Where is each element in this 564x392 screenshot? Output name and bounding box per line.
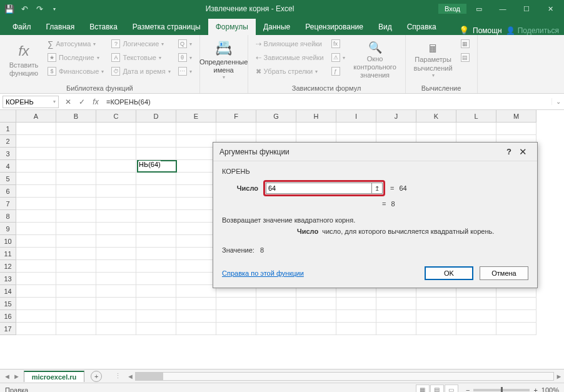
redo-icon[interactable]: ↷ xyxy=(33,2,46,16)
undo-icon[interactable]: ↶ xyxy=(18,2,31,16)
cell[interactable] xyxy=(416,323,456,335)
defined-names-button[interactable]: 📇 Определенные имена ▾ xyxy=(205,38,243,83)
cell[interactable] xyxy=(56,248,96,260)
cell[interactable] xyxy=(176,298,216,310)
cell[interactable] xyxy=(16,323,56,335)
cell[interactable] xyxy=(176,310,216,323)
cell[interactable] xyxy=(496,123,536,135)
cell[interactable] xyxy=(16,248,56,260)
column-header[interactable]: J xyxy=(376,110,416,123)
cell[interactable] xyxy=(176,160,216,173)
cell[interactable] xyxy=(336,323,376,335)
autosum-button[interactable]: ∑Автосумма▾ xyxy=(45,38,106,50)
cell[interactable] xyxy=(456,298,496,310)
watch-window-button[interactable]: 🔍 Окно контрольного значения xyxy=(350,38,400,83)
error-check-button[interactable]: ⚠▾ xyxy=(329,51,348,64)
cell[interactable] xyxy=(136,135,176,148)
cell[interactable] xyxy=(16,185,56,198)
calc-options-button[interactable]: 🖩 Параметры вычислений ▾ xyxy=(411,38,456,83)
minimize-icon[interactable]: — xyxy=(491,0,514,18)
row-header[interactable]: 17 xyxy=(0,323,16,335)
cell[interactable] xyxy=(96,198,136,210)
column-header[interactable]: G xyxy=(256,110,296,123)
cell[interactable] xyxy=(56,135,96,148)
column-header[interactable]: E xyxy=(176,110,216,123)
cell[interactable] xyxy=(456,123,496,135)
cell[interactable] xyxy=(376,323,416,335)
zoom-in-icon[interactable]: + xyxy=(533,386,537,393)
cell[interactable] xyxy=(176,248,216,260)
cell[interactable] xyxy=(136,148,176,160)
cell[interactable] xyxy=(216,310,256,323)
tab-help[interactable]: Справка xyxy=(400,19,444,35)
arg-input-number[interactable] xyxy=(266,183,372,194)
cell[interactable] xyxy=(376,310,416,323)
cell[interactable] xyxy=(96,148,136,160)
cell[interactable] xyxy=(96,223,136,235)
calc-sheet-button[interactable]: ▤ xyxy=(458,51,472,64)
column-header[interactable]: M xyxy=(496,110,536,123)
row-header[interactable]: 2 xyxy=(0,135,16,148)
row-header[interactable]: 13 xyxy=(0,273,16,285)
cell[interactable] xyxy=(136,273,176,285)
cell[interactable] xyxy=(56,160,96,173)
row-header[interactable]: 1 xyxy=(0,123,16,135)
column-header[interactable]: K xyxy=(416,110,456,123)
tellme-label[interactable]: Помощн xyxy=(473,26,502,35)
cell[interactable] xyxy=(136,310,176,323)
cell[interactable] xyxy=(176,273,216,285)
cell[interactable] xyxy=(256,310,296,323)
qat-customize-icon[interactable]: ▾ xyxy=(48,2,61,16)
cell[interactable] xyxy=(376,123,416,135)
row-header[interactable]: 3 xyxy=(0,148,16,160)
cell[interactable] xyxy=(496,298,536,310)
cell[interactable] xyxy=(56,273,96,285)
column-header[interactable]: A xyxy=(16,110,56,123)
cell[interactable] xyxy=(136,198,176,210)
cell[interactable] xyxy=(136,223,176,235)
text-button[interactable]: AТекстовые▾ xyxy=(109,51,173,64)
name-box[interactable]: КОРЕНЬ▾ xyxy=(3,96,59,108)
cell[interactable] xyxy=(96,185,136,198)
cell[interactable] xyxy=(56,298,96,310)
cell[interactable] xyxy=(176,173,216,185)
recent-button[interactable]: ★Последние▾ xyxy=(45,51,106,64)
share-button[interactable]: 👤Поделиться xyxy=(506,26,559,35)
cell[interactable] xyxy=(456,323,496,335)
cell[interactable] xyxy=(176,210,216,223)
prev-sheet-icon[interactable]: ◄ xyxy=(4,373,11,380)
select-all-button[interactable] xyxy=(0,110,16,123)
cell[interactable] xyxy=(176,123,216,135)
cancel-button[interactable]: Отмена xyxy=(480,266,528,280)
trace-dependents-button[interactable]: ⇠Зависимые ячейки xyxy=(253,51,326,64)
cancel-formula-icon[interactable]: ✕ xyxy=(61,96,75,108)
cell[interactable] xyxy=(176,223,216,235)
tab-home[interactable]: Главная xyxy=(39,19,83,35)
cell[interactable] xyxy=(496,323,536,335)
cell[interactable] xyxy=(56,260,96,273)
row-header[interactable]: 9 xyxy=(0,223,16,235)
cell[interactable] xyxy=(56,285,96,298)
save-icon[interactable]: 💾 xyxy=(3,2,16,16)
tab-file[interactable]: Файл xyxy=(5,19,39,35)
cell[interactable] xyxy=(136,260,176,273)
row-header[interactable]: 4 xyxy=(0,160,16,173)
row-header[interactable]: 11 xyxy=(0,248,16,260)
cell[interactable] xyxy=(16,210,56,223)
cell[interactable] xyxy=(136,173,176,185)
dialog-help-icon[interactable]: ? xyxy=(503,147,515,156)
ribbon-options-icon[interactable]: ▭ xyxy=(468,0,490,18)
tab-formulas[interactable]: Формулы xyxy=(208,19,256,35)
column-header[interactable]: I xyxy=(336,110,376,123)
page-break-view-icon[interactable]: ▭ xyxy=(445,384,458,393)
close-icon[interactable]: ✕ xyxy=(539,0,561,18)
normal-view-icon[interactable]: ▦ xyxy=(416,384,430,393)
cell[interactable] xyxy=(136,123,176,135)
cell[interactable] xyxy=(96,235,136,248)
horizontal-scrollbar[interactable] xyxy=(135,372,554,381)
cell[interactable] xyxy=(56,173,96,185)
tab-layout[interactable]: Разметка страницы xyxy=(125,19,208,35)
cell[interactable] xyxy=(136,285,176,298)
cell[interactable] xyxy=(256,298,296,310)
add-sheet-icon[interactable]: + xyxy=(91,371,102,382)
